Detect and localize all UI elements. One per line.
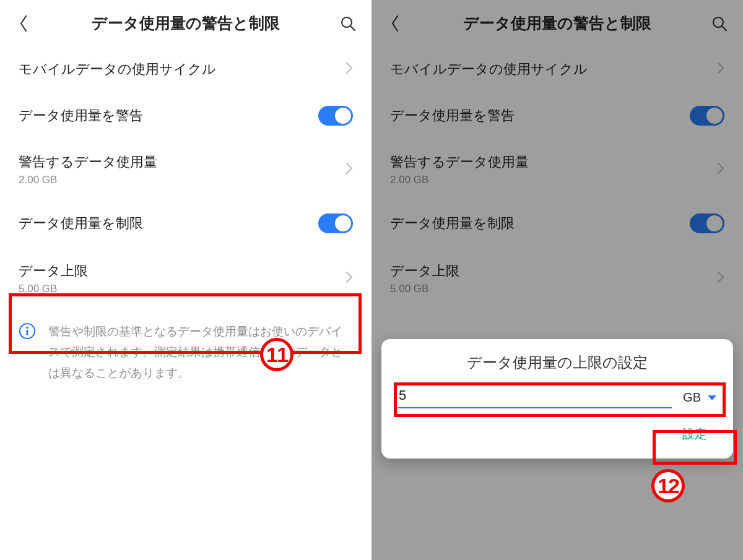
row-cycle-title: モバイルデータの使用サイクル (19, 60, 345, 79)
unit-label: GB (683, 390, 701, 405)
dialog-title: データ使用量の上限の設定 (398, 353, 717, 373)
row-warn-amount[interactable]: 警告するデータ使用量 2.00 GB (0, 139, 372, 200)
info-icon (19, 321, 36, 383)
chevron-right-icon (345, 162, 353, 177)
svg-rect-4 (27, 330, 28, 335)
svg-line-1 (350, 26, 355, 30)
info-row: 警告や制限の基準となるデータ使用量はお使いのデバイスで測定されます。測定結果は携… (0, 310, 372, 395)
row-limit-toggle: データ使用量を制限 (0, 200, 372, 247)
left-screen: データ使用量の警告と制限 モバイルデータの使用サイクル データ使用量を警告 警告… (0, 0, 372, 560)
right-screen: データ使用量の警告と制限 モバイルデータの使用サイクル データ使用量を警告 警告… (372, 0, 743, 560)
info-text: 警告や制限の基準となるデータ使用量はお使いのデバイスで測定されます。測定結果は携… (48, 321, 353, 383)
toggle-warn[interactable] (318, 106, 353, 126)
row-limit-title: データ上限 (19, 262, 345, 280)
row-warn-toggle-title: データ使用量を警告 (19, 106, 318, 125)
confirm-button[interactable]: 設定 (672, 421, 717, 447)
row-limit-toggle-title: データ使用量を制限 (19, 214, 318, 233)
row-cycle[interactable]: モバイルデータの使用サイクル (0, 46, 372, 92)
toggle-limit[interactable] (318, 213, 353, 233)
data-limit-dialog: データ使用量の上限の設定 GB 設定 (381, 339, 733, 459)
search-button[interactable] (336, 15, 360, 32)
row-limit[interactable]: データ上限 5.00 GB (0, 247, 372, 310)
row-limit-sub: 5.00 GB (19, 283, 345, 295)
search-icon (340, 15, 356, 32)
back-button[interactable] (11, 15, 36, 32)
row-warn-toggle: データ使用量を警告 (0, 92, 372, 139)
chevron-left-icon (19, 15, 28, 32)
unit-dropdown[interactable]: GB (683, 390, 717, 408)
svg-point-3 (26, 327, 28, 329)
limit-value-input[interactable] (398, 384, 672, 408)
chevron-right-icon (345, 62, 353, 77)
chevron-right-icon (345, 271, 353, 286)
dropdown-arrow-icon (707, 395, 717, 401)
row-warn-amount-title: 警告するデータ使用量 (19, 153, 345, 171)
modal-backdrop[interactable] (372, 0, 743, 560)
page-title: データ使用量の警告と制限 (36, 13, 336, 33)
header: データ使用量の警告と制限 (0, 0, 372, 46)
row-warn-amount-sub: 2.00 GB (19, 174, 345, 186)
